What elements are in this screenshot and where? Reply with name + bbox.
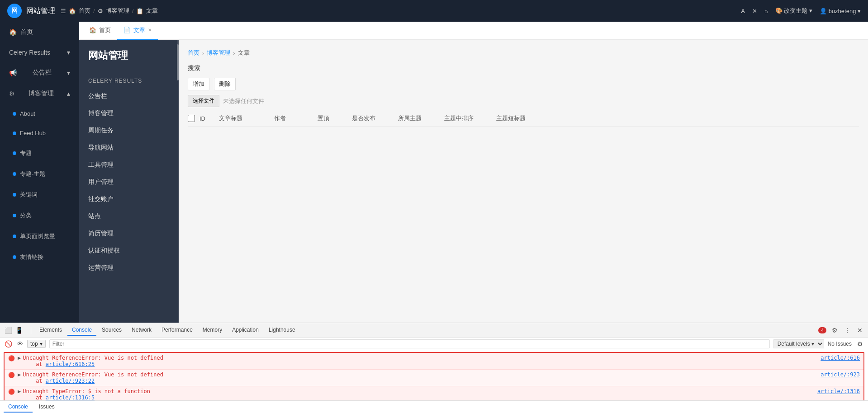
expand-icon-3[interactable]: ▶ [18,388,21,394]
devtools-more-icon[interactable]: ⋮ [843,326,852,335]
expand-icon-2[interactable]: ▶ [18,371,21,378]
sidebar-item-keywords[interactable]: 关键词 [0,184,79,205]
devtools-tab-application[interactable]: Application [228,325,263,336]
error-message-3: Uncaught TypeError: $ is not a function … [23,388,810,400]
sidebar-item-categories[interactable]: 分类 [0,205,79,226]
console-settings-icon[interactable]: ⚙ [855,339,864,348]
col-title: 文章标题 [219,114,242,122]
expand-icon-1[interactable]: ▶ [18,355,21,361]
console-filter-input[interactable] [49,339,770,348]
secondary-sidebar-item-blog[interactable]: 博客管理 [79,105,179,122]
select-all-checkbox[interactable] [188,115,195,122]
nav-hamburger[interactable]: ☰ [61,8,66,14]
secondary-sidebar-item-ops[interactable]: 运营管理 [79,259,179,277]
delete-button[interactable]: 删除 [214,78,236,90]
home-icon[interactable]: ⌂ [764,8,768,14]
devtools-settings-icon[interactable]: ⚙ [830,326,839,335]
sidebar-item-about[interactable]: About [0,104,79,123]
tab-home[interactable]: 🏠 首页 [83,22,117,40]
secondary-sidebar-item-auth[interactable]: 认证和授权 [79,242,179,259]
sidebar-item-bulletin[interactable]: 📢 公告栏 ▾ [0,62,79,83]
tab-article-label: 文章 [133,26,145,34]
font-size-icon[interactable]: A [741,8,745,14]
secondary-sidebar-item-bulletin[interactable]: 公告栏 [79,88,179,105]
console-filter-icon[interactable]: 👁 [15,339,24,348]
file-empty-text: 未选择任何文件 [223,97,264,105]
file-choose-button[interactable]: 选择文件 [188,95,219,107]
tab-close-icon[interactable]: ✕ [148,28,152,33]
secondary-sidebar-item-sites[interactable]: 站点 [79,208,179,225]
close-icon[interactable]: ✕ [752,8,757,14]
categories-dot-icon [13,214,16,217]
devtools-tab-sources[interactable]: Sources [97,325,126,336]
keywords-label: 关键词 [20,191,38,199]
page-views-dot-icon [13,235,16,238]
chevron-down-icon: ▾ [67,69,70,76]
devtools-device-icon[interactable]: 📱 [14,326,24,335]
secondary-sidebar-item-periodic[interactable]: 周期任务 [79,122,179,139]
chevron-down-icon: ▾ [67,49,70,56]
devtools-tab-performance[interactable]: Performance [157,325,197,336]
col-top: 置顶 [318,114,329,122]
sidebar-item-feed-hub[interactable]: Feed Hub [0,123,79,143]
sidebar-item-home[interactable]: 🏠 首页 [0,22,79,42]
sidebar-home-label: 首页 [20,28,33,36]
friend-links-dot-icon [13,255,16,259]
console-toolbar: 🚫 👁 top ▾ Default levels ▾ No Issues ⚙ [0,338,868,350]
left-sidebar: 🏠 首页 Celery Results ▾ 📢 公告栏 ▾ ⚙ 博客管理 ▴ A [0,22,79,323]
search-label: 搜索 [188,64,859,72]
top-context-selector[interactable]: top ▾ [27,340,46,348]
sidebar-sub-items: About Feed Hub 专题 专题-主题 关键词 [0,104,79,268]
add-button[interactable]: 增加 [188,78,209,90]
error-location-2[interactable]: article/:923 [813,371,860,378]
secondary-sidebar-item-tools[interactable]: 工具管理 [79,156,179,174]
sidebar-item-blog-management[interactable]: ⚙ 博客管理 ▴ [0,83,79,104]
friend-links-label: 友情链接 [20,253,43,261]
devtools-tab-lighthouse[interactable]: Lighthouse [264,325,300,336]
secondary-sidebar-item-users[interactable]: 用户管理 [79,174,179,191]
bottom-tab-console[interactable]: Console [4,402,33,413]
devtools-tab-console[interactable]: Console [67,325,96,336]
user-menu[interactable]: 👤 buzheteng ▾ [820,8,861,14]
devtools-inspector-icon[interactable]: ⬜ [4,326,13,335]
error-location-1[interactable]: article/:616 [813,355,860,361]
blog-management-label: 博客管理 [28,89,54,98]
devtools-tab-elements[interactable]: Elements [35,325,66,336]
toolbar-separator [31,327,31,334]
col-published: 是否发布 [352,114,375,122]
secondary-sidebar-item-resume[interactable]: 简历管理 [79,225,179,242]
error-link-1a[interactable]: article/:616:25 [46,361,95,367]
devtools-toolbar: ⬜ 📱 Elements Console Sources Network Per… [0,323,868,338]
sidebar-item-topics[interactable]: 专题 [0,143,79,164]
app-title: 网站管理 [26,6,55,16]
sidebar-item-page-views[interactable]: 单页面浏览量 [0,226,79,247]
error-location-3[interactable]: article/:1316 [810,388,860,394]
breadcrumb-blog[interactable]: 博客管理 [207,49,230,57]
devtools-tab-network[interactable]: Network [127,325,156,336]
sidebar-item-friend-links[interactable]: 友情链接 [0,247,79,268]
breadcrumb-article: 文章 [238,49,250,57]
bottom-tab-issues[interactable]: Issues [34,402,59,413]
devtools-close-icon[interactable]: ✕ [855,326,864,335]
nav-settings-icon: ⚙ [98,8,103,14]
error-link-2a[interactable]: article/:923:22 [46,378,95,384]
top-label: top [30,341,38,347]
secondary-sidebar-item-social[interactable]: 社交账户 [79,191,179,208]
sidebar-scrollbar[interactable] [177,40,179,80]
console-clear-icon[interactable]: 🚫 [4,339,13,348]
secondary-sidebar-item-nav[interactable]: 导航网站 [79,139,179,156]
console-level-select[interactable]: Default levels ▾ [773,339,824,348]
chevron-up-icon: ▴ [67,90,70,97]
col-author: 作者 [274,114,286,122]
sidebar-item-topics-theme[interactable]: 专题-主题 [0,164,79,184]
devtools-panel: ⬜ 📱 Elements Console Sources Network Per… [0,323,868,413]
tab-article[interactable]: 📄 文章 ✕ [117,22,158,40]
devtools-tabs: Elements Console Sources Network Perform… [35,325,300,336]
breadcrumb-home[interactable]: 首页 [188,49,199,57]
sidebar-item-celery-results[interactable]: Celery Results ▾ [0,42,79,62]
col-topic-short-title: 主题短标题 [496,114,526,122]
celery-results-label: Celery Results [9,49,50,56]
theme-selector[interactable]: 🎨 改变主题 ▾ [775,7,812,15]
devtools-tab-memory[interactable]: Memory [198,325,227,336]
error-link-3a[interactable]: article/:1316:5 [46,394,95,400]
